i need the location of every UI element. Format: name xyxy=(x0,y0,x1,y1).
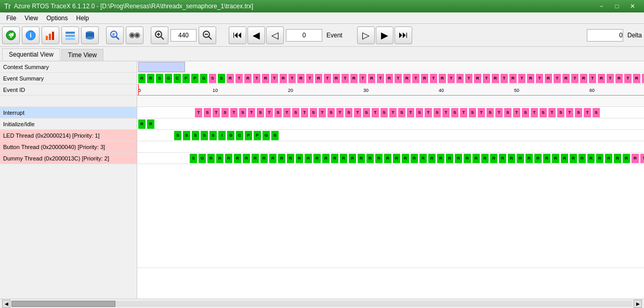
interrupt-label: Interrupt xyxy=(0,107,137,118)
stack-button[interactable] xyxy=(61,26,79,44)
event-number-input[interactable] xyxy=(286,29,322,42)
event-cell: R xyxy=(297,74,305,83)
title-bar: Tr Azure RTOS TraceX 6.1.12.0 - [D:\Prog… xyxy=(0,0,644,12)
zoom-in-button[interactable] xyxy=(151,26,168,44)
menu-file[interactable]: File xyxy=(2,14,20,23)
dummy-thread-label: Dummy Thread (0x2000013C) [Priority: 2] xyxy=(0,153,137,164)
event-cell: R xyxy=(598,74,605,83)
nav-next-small-button[interactable]: ▷ xyxy=(357,26,375,44)
search-button[interactable]: E xyxy=(106,26,124,44)
event-cell: R xyxy=(517,154,524,163)
event-cell: S xyxy=(204,108,211,117)
event-cell: C xyxy=(174,74,181,83)
event-cell: R xyxy=(509,74,517,83)
event-cell: S xyxy=(540,108,547,117)
database-button[interactable] xyxy=(81,26,99,44)
delta-input[interactable] xyxy=(587,29,623,42)
svg-text:E: E xyxy=(112,32,115,37)
event-cell: T xyxy=(283,108,291,117)
scroll-left-arrow[interactable]: ◀ xyxy=(2,300,10,308)
event-cell: T xyxy=(389,108,397,117)
scroll-right-arrow[interactable]: ▶ xyxy=(634,300,642,308)
menu-help[interactable]: Help xyxy=(72,14,94,23)
scroll-track[interactable] xyxy=(11,301,633,307)
chart-context-summary-row xyxy=(137,61,644,73)
event-cell: R xyxy=(472,154,480,163)
menu-view[interactable]: View xyxy=(20,14,42,23)
tab-sequential[interactable]: Sequential View xyxy=(2,48,60,61)
event-cell: R xyxy=(287,154,294,163)
nav-next-button[interactable]: ▶ xyxy=(376,26,393,44)
svg-rect-5 xyxy=(52,32,54,40)
event-cell: R xyxy=(333,74,340,83)
event-id-label: Event ID xyxy=(0,84,137,96)
nav-prev-small-button[interactable]: ◁ xyxy=(266,26,284,44)
event-cell: T xyxy=(412,74,419,83)
event-cell: T xyxy=(248,108,255,117)
event-cell: R xyxy=(227,74,234,83)
event-cell: R xyxy=(508,154,515,163)
event-cell: R xyxy=(260,154,268,163)
event-cell: T xyxy=(377,74,384,83)
maximize-button[interactable]: □ xyxy=(610,2,624,11)
event-cell: S xyxy=(487,108,494,117)
initialize-label: Initialize/Idle xyxy=(0,118,137,130)
nav-prev-button[interactable]: ◀ xyxy=(247,26,265,44)
event-cell: S xyxy=(257,108,264,117)
zoom-out-button[interactable] xyxy=(199,26,216,44)
chart-button-thread-row xyxy=(137,141,644,153)
event-summary-label: Event Summary xyxy=(0,73,137,84)
event-cell: T xyxy=(430,74,437,83)
event-cell: T xyxy=(230,108,238,117)
right-panel[interactable]: R R S G C P P G S S R T R T xyxy=(137,61,644,299)
tab-time[interactable]: Time View xyxy=(61,49,103,61)
close-button[interactable]: ✕ xyxy=(625,2,640,11)
event-cell: T xyxy=(359,74,366,83)
menu-options[interactable]: Options xyxy=(42,14,72,23)
reload-button[interactable] xyxy=(2,26,20,44)
event-cell: R xyxy=(632,154,639,163)
chart-dummy-thread-row: S G R R R R R R R R R R R R R xyxy=(137,153,644,164)
event-cell: G xyxy=(200,74,207,83)
event-cell: R xyxy=(428,154,436,163)
event-cell: R xyxy=(614,154,621,163)
event-cell: T xyxy=(288,74,296,83)
event-cell: R xyxy=(278,154,285,163)
event-cell: R xyxy=(437,154,444,163)
horizontal-scrollbar[interactable]: ◀ ▶ xyxy=(0,299,644,308)
event-cell: R xyxy=(605,154,612,163)
event-cell: P xyxy=(191,74,199,83)
view-button[interactable] xyxy=(126,26,143,44)
nav-last-button[interactable]: ⏭ xyxy=(395,26,412,44)
event-cell: R xyxy=(216,154,224,163)
event-cell: R xyxy=(446,154,453,163)
event-cell: T xyxy=(536,74,543,83)
event-cell: R xyxy=(207,154,215,163)
scroll-thumb[interactable] xyxy=(11,301,115,307)
performance-button[interactable] xyxy=(42,26,59,44)
event-cell: T xyxy=(548,108,556,117)
event-cell: R xyxy=(411,154,418,163)
event-cell: S xyxy=(239,108,246,117)
event-cell: T xyxy=(531,108,538,117)
event-cell: R xyxy=(225,154,232,163)
minimize-button[interactable]: − xyxy=(594,2,609,11)
event-cell: T xyxy=(372,108,379,117)
event-cell: T xyxy=(495,108,503,117)
info-button[interactable]: i xyxy=(22,26,40,44)
event-cell: S xyxy=(209,74,216,83)
event-cell: T xyxy=(465,74,472,83)
event-cell: R xyxy=(368,74,375,83)
event-cell: R xyxy=(138,74,146,83)
svg-line-21 xyxy=(161,36,164,39)
zoom-input[interactable] xyxy=(170,29,196,42)
event-cell: T xyxy=(341,74,349,83)
event-id-ruler-row: 0 10 20 30 40 50 60 xyxy=(137,84,644,96)
event-cell: T xyxy=(554,74,561,83)
nav-first-button[interactable]: ⏮ xyxy=(229,26,246,44)
svg-point-18 xyxy=(130,34,134,37)
event-cell: T xyxy=(336,108,344,117)
nav-group: ⏮ ◀ ◁ xyxy=(229,26,284,44)
chart-interrupt-row: T S T S T S T S T S T S T S T xyxy=(137,107,644,118)
svg-rect-8 xyxy=(65,38,75,40)
